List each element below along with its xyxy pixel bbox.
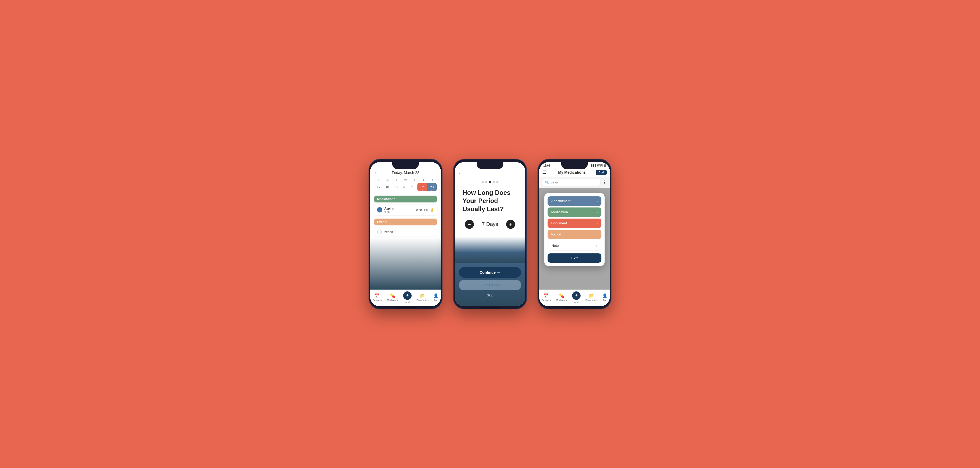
p1-back-button[interactable]: ‹ <box>374 170 376 175</box>
p2-dot-2 <box>485 181 487 183</box>
p1-date-18[interactable]: 18 <box>383 183 391 191</box>
p1-tab-calendar-label: Calendar <box>372 299 382 301</box>
p1-date-23-dot <box>431 189 433 191</box>
p3-tab-documents-label: Documents <box>585 299 597 301</box>
p3-more-icon[interactable]: ⋮ <box>603 180 607 185</box>
p1-check-icon <box>377 207 382 212</box>
p1-gradient <box>370 237 441 290</box>
p1-date-20[interactable]: 20 <box>400 183 409 191</box>
p2-counter: − 7 Days + <box>455 215 525 237</box>
p3-exit-button[interactable]: Exit <box>547 253 601 263</box>
p3-tab-add[interactable]: + Add <box>572 291 581 304</box>
p1-day-s1: S <box>374 179 383 182</box>
p1-date-21[interactable]: 21 <box>409 183 417 191</box>
p2-progress-dots <box>455 178 525 188</box>
p3-add-tab-circle[interactable]: + <box>572 291 581 300</box>
p3-menu-icon[interactable]: ☰ <box>542 170 546 175</box>
p3-note-chevron: › <box>596 244 597 248</box>
p3-search-placeholder: Search <box>550 181 560 184</box>
p3-tab-documents[interactable]: 📁 Documents <box>585 293 597 301</box>
p2-actions: Continue → I Don't Know Skip <box>455 263 525 306</box>
p2-back-button[interactable]: ‹ <box>459 171 460 176</box>
p1-date-23[interactable]: 23 <box>427 183 437 191</box>
p3-tab-calendar[interactable]: 📅 Calendar <box>541 293 551 301</box>
p1-tab-medication-label: Medication <box>387 299 399 301</box>
p2-minus-button[interactable]: − <box>465 220 474 229</box>
phone-2-screen: ‹ How Long Does Your Period Usually Last… <box>455 162 525 306</box>
p3-search-icon: 🔍 <box>545 181 549 184</box>
p3-period-label: Period <box>551 232 561 236</box>
p1-tab-bar: 📅 Calendar 💊 Medication + Add 📁 Document… <box>370 290 441 306</box>
phone-2-notch <box>477 162 503 169</box>
phone-1-notch <box>392 162 419 169</box>
p1-tab-documents-label: Documents <box>416 299 428 301</box>
p2-skip-button[interactable]: Skip <box>459 293 521 298</box>
p3-tab-me[interactable]: 👤 Me <box>602 293 608 301</box>
p3-medication-chevron: › <box>597 210 598 214</box>
p3-time: 18:03 <box>543 164 550 167</box>
p3-popup-document[interactable]: Document › <box>547 218 601 228</box>
p1-bell-icon: 🔔 <box>430 208 434 212</box>
p1-date-19[interactable]: 19 <box>391 183 400 191</box>
p1-med-info: Aspirin 0 mg <box>384 207 416 213</box>
p3-me-tab-icon: 👤 <box>602 293 608 298</box>
phone-1-screen: ‹ Friday, March 22 S M T W T F S 17 <box>370 162 441 306</box>
p3-nav-bar: ☰ My Medications Add <box>539 168 610 177</box>
p1-day-w: W <box>401 179 410 182</box>
p3-popup-medication[interactable]: Medication › <box>547 207 601 217</box>
p1-date-17[interactable]: 17 <box>374 183 383 191</box>
p1-day-f: F <box>419 179 428 182</box>
p1-date-22[interactable]: 22 <box>417 183 427 191</box>
p3-popup-appointment[interactable]: Appointment › <box>547 196 601 206</box>
p3-tab-medication-label: Medication <box>556 299 568 301</box>
p3-tab-medication[interactable]: 💊 Medication <box>556 293 568 301</box>
p3-search-row: 🔍 Search ⋮ <box>539 177 610 188</box>
p2-home-indicator <box>479 307 501 308</box>
p1-event-item[interactable]: Period <box>374 228 437 237</box>
p1-events-header: Events <box>374 218 437 225</box>
p3-popup-period[interactable]: Period › <box>547 230 601 239</box>
p1-tab-calendar[interactable]: 📅 Calendar <box>372 293 382 301</box>
p1-med-dose: 0 mg <box>384 210 416 213</box>
p3-tab-add-label: Add <box>574 301 578 304</box>
p1-tab-add[interactable]: + Add <box>403 291 412 304</box>
p1-tab-me[interactable]: 👤 Me <box>433 293 439 301</box>
p3-home-indicator <box>564 307 585 308</box>
p3-popup: Appointment › Medication › Document › <box>544 193 605 266</box>
p1-add-btn-circle[interactable]: + <box>403 291 412 300</box>
p3-add-button[interactable]: Add <box>596 170 607 175</box>
p1-medications-header: Medications <box>374 196 437 202</box>
p3-wifi-icon: WiFi <box>597 164 603 167</box>
p1-home-indicator <box>395 307 416 308</box>
p1-weekdays: S M T W T F S <box>374 179 437 182</box>
phone-3: 18:03 ▐▐▐ WiFi ▓ ☰ My Medications Add 🔍 <box>538 159 611 309</box>
p3-search-box[interactable]: 🔍 Search <box>542 179 600 186</box>
p3-popup-note[interactable]: Note › <box>547 241 601 251</box>
p1-day-s2: S <box>428 179 437 182</box>
p1-date-22-dot <box>422 189 423 191</box>
p3-document-label: Document <box>551 221 567 225</box>
p3-tab-me-label: Me <box>603 299 607 301</box>
p2-dont-know-button[interactable]: I Don't Know <box>459 280 521 290</box>
p1-med-name: Aspirin <box>384 207 416 210</box>
p3-signal-icon: ▐▐▐ <box>590 164 596 167</box>
phone-2: ‹ How Long Does Your Period Usually Last… <box>453 159 527 309</box>
p1-tab-medication[interactable]: 💊 Medication <box>387 293 399 301</box>
p1-med-item[interactable]: Aspirin 0 mg 03:00 PM 🔔 <box>374 205 437 215</box>
p1-day-m: M <box>383 179 392 182</box>
p2-gradient <box>455 237 525 263</box>
p2-plus-button[interactable]: + <box>506 220 515 229</box>
p3-calendar-icon: 📅 <box>544 293 549 298</box>
p1-medication-icon: 💊 <box>390 293 395 298</box>
p3-tab-bar: 📅 Calendar 💊 Medication + Add 📁 Document… <box>539 290 610 306</box>
p2-dot-3 <box>489 181 491 183</box>
p1-tab-documents[interactable]: 📁 Documents <box>416 293 428 301</box>
p3-tab-calendar-label: Calendar <box>541 299 551 301</box>
p1-date-title: Friday, March 22 <box>392 170 419 175</box>
p3-period-chevron: › <box>597 232 598 237</box>
p1-event-name: Period <box>384 230 393 234</box>
phone-1: ‹ Friday, March 22 S M T W T F S 17 <box>369 159 442 309</box>
p2-continue-button[interactable]: Continue → <box>459 267 521 278</box>
p1-dates: 17 18 19 20 21 22 23 <box>374 183 437 191</box>
p3-status-icons: ▐▐▐ WiFi ▓ <box>590 164 606 167</box>
